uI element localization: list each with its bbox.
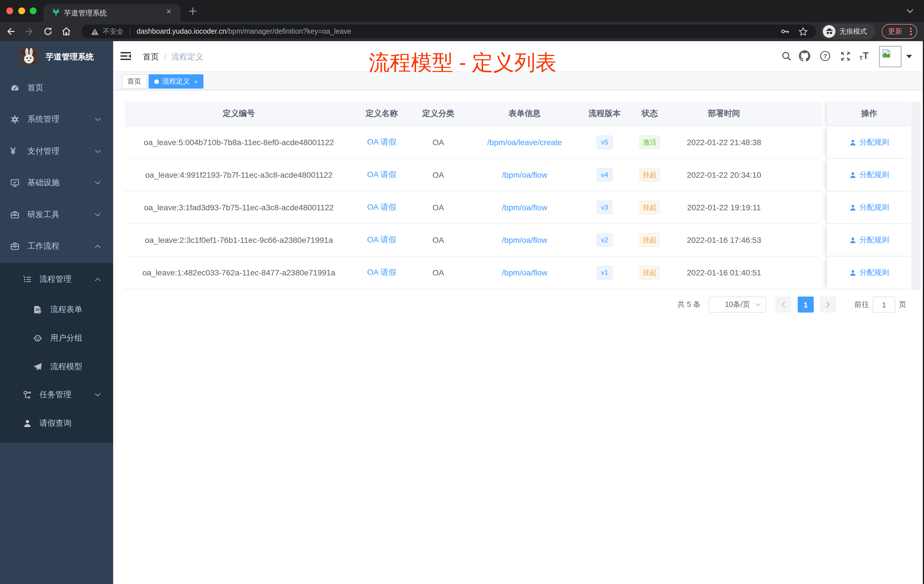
incognito-label: 无痕模式 xyxy=(840,26,867,36)
avatar-caret-icon[interactable] xyxy=(906,55,912,58)
col-filler xyxy=(775,102,822,126)
assign-rule-link[interactable]: 分配规则 xyxy=(849,137,889,147)
annotation-overlay: 流程模型 - 定义列表 xyxy=(369,49,556,77)
help-icon[interactable]: ? xyxy=(818,49,833,63)
definition-id: oa_leave:4:991f2193-7b7f-11ec-a3c8-acde4… xyxy=(145,170,333,180)
update-button[interactable]: 更新 xyxy=(882,24,917,39)
page-1-button[interactable]: 1 xyxy=(798,297,814,313)
goto-label: 前往 xyxy=(854,299,869,310)
table-header-row: 定义编号 定义名称 定义分类 表单信息 流程版本 状态 部署时间 操作 xyxy=(125,102,911,126)
status-tag: 挂起 xyxy=(639,233,660,247)
deploy-time: 2022-01-22 20:34:10 xyxy=(687,170,761,180)
scrollbar-track[interactable] xyxy=(911,102,921,290)
reload-icon[interactable] xyxy=(43,26,53,36)
assign-rule-link[interactable]: 分配规则 xyxy=(849,267,889,278)
sidebar-item-task-management[interactable]: 任务管理 xyxy=(0,381,113,409)
font-size-icon[interactable]: TT xyxy=(856,49,871,63)
form-icon xyxy=(33,305,42,314)
home-icon[interactable] xyxy=(61,26,71,36)
filler-cell xyxy=(775,191,822,224)
deploy-time: 2022-01-16 17:46:53 xyxy=(687,236,761,244)
chevron-up-icon xyxy=(94,244,101,249)
goto-page-input[interactable] xyxy=(873,297,896,313)
sidebar-item-process-model[interactable]: 流程模型 xyxy=(0,353,113,381)
prev-page-button[interactable] xyxy=(776,297,792,313)
definition-category: OA xyxy=(432,203,444,212)
sidebar-item-dev-tools[interactable]: 研发工具 xyxy=(0,200,113,230)
filler-cell xyxy=(775,257,822,289)
deploy-time: 2022-01-16 01:40:51 xyxy=(687,268,761,277)
sidebar-logo[interactable]: 芋道管理系统 xyxy=(0,41,113,71)
not-secure-label[interactable]: 不安全 xyxy=(103,26,124,36)
definition-name-link[interactable]: OA 请假 xyxy=(367,267,396,278)
form-link[interactable]: /bpm/oa/flow xyxy=(502,203,548,212)
url-divider xyxy=(130,27,130,35)
browser-tab[interactable]: 芋道管理系统 × xyxy=(43,4,181,22)
form-link[interactable]: /bpm/oa/flow xyxy=(502,170,548,180)
sidebar-item-infrastructure[interactable]: 基础设施 xyxy=(0,167,113,198)
tag-close-icon[interactable]: × xyxy=(194,78,198,85)
logo-avatar xyxy=(20,47,38,66)
hamburger-icon[interactable] xyxy=(120,50,132,62)
forward-icon[interactable] xyxy=(24,26,34,36)
col-form-info: 表单信息 xyxy=(466,102,583,126)
new-tab-icon[interactable] xyxy=(188,7,197,15)
sidebar-item-process-management[interactable]: 流程管理 xyxy=(0,265,113,294)
form-link[interactable]: /bpm/oa/leave/create xyxy=(487,138,562,147)
sidebar-item-process-form[interactable]: 流程表单 xyxy=(0,295,113,324)
saved-passwords-key-icon[interactable] xyxy=(780,26,790,36)
definition-name-link[interactable]: OA 请假 xyxy=(367,202,396,213)
col-definition-name: 定义名称 xyxy=(353,102,410,126)
tab-search-chevron-icon[interactable] xyxy=(906,8,914,14)
window-right-border xyxy=(923,41,924,584)
sidebar-item-leave-query[interactable]: 请假查询 xyxy=(0,409,113,438)
pagination-total: 共 5 条 xyxy=(677,299,701,310)
form-link[interactable]: /bpm/oa/flow xyxy=(502,268,548,277)
user-group-icon xyxy=(33,334,42,343)
address-bar[interactable]: 不安全 dashboard.yudao.iocoder.cn/bpm/manag… xyxy=(81,25,816,38)
assign-rule-link[interactable]: 分配规则 xyxy=(849,235,889,245)
definition-name-link[interactable]: OA 请假 xyxy=(367,137,396,147)
sidebar-item-system[interactable]: 系统管理 xyxy=(0,104,113,135)
status-tag: 挂起 xyxy=(639,266,660,279)
definition-name-link[interactable]: OA 请假 xyxy=(367,170,396,180)
assign-rule-link[interactable]: 分配规则 xyxy=(849,170,889,180)
macos-zoom-button[interactable] xyxy=(30,7,36,14)
browser-toolbar: 不安全 dashboard.yudao.iocoder.cn/bpm/manag… xyxy=(0,22,924,41)
sidebar-item-home[interactable]: 首页 xyxy=(0,73,113,104)
breadcrumb-home[interactable]: 首页 xyxy=(143,52,159,62)
tag-process-definition[interactable]: 流程定义 × xyxy=(148,74,204,89)
assign-rule-link[interactable]: 分配规则 xyxy=(849,202,889,213)
browser-menu-icon[interactable] xyxy=(910,27,912,35)
page-size-select[interactable]: 10条/页 xyxy=(709,297,766,313)
bookmark-star-icon[interactable] xyxy=(798,26,808,36)
row-patch xyxy=(822,191,826,224)
next-page-button[interactable] xyxy=(820,297,836,313)
select-chevron-icon xyxy=(756,303,761,307)
deploy-time: 2022-01-22 21:48:38 xyxy=(687,138,761,147)
sidebar-item-user-group[interactable]: 用户分组 xyxy=(0,324,113,353)
tab-close-icon[interactable]: × xyxy=(166,6,172,16)
sidebar-item-payment[interactable]: ¥ 支付管理 xyxy=(0,136,113,167)
url-domain[interactable]: dashboard.yudao.iocoder.cn xyxy=(137,27,226,35)
sidebar-item-workflow[interactable]: 工作流程 xyxy=(0,231,113,262)
assign-user-icon xyxy=(849,139,856,146)
definition-category: OA xyxy=(432,236,444,244)
macos-close-button[interactable] xyxy=(6,7,13,14)
yen-icon: ¥ xyxy=(10,147,16,156)
tag-home[interactable]: 首页 xyxy=(122,74,147,89)
form-link[interactable]: /bpm/oa/flow xyxy=(502,236,548,244)
back-icon[interactable] xyxy=(6,26,16,36)
sitemap-icon xyxy=(23,390,32,399)
github-icon[interactable] xyxy=(797,49,812,63)
avatar[interactable] xyxy=(879,46,902,68)
definition-name-link[interactable]: OA 请假 xyxy=(367,235,396,245)
filler-cell xyxy=(775,159,822,191)
fullscreen-icon[interactable] xyxy=(838,49,853,63)
url-path[interactable]: /bpm/manager/definition?key=oa_leave xyxy=(226,27,351,35)
chevron-up-icon xyxy=(94,277,101,282)
filler-cell xyxy=(775,224,822,257)
tab-favicon xyxy=(51,8,61,17)
search-icon[interactable] xyxy=(779,49,794,63)
macos-minimize-button[interactable] xyxy=(18,7,25,14)
